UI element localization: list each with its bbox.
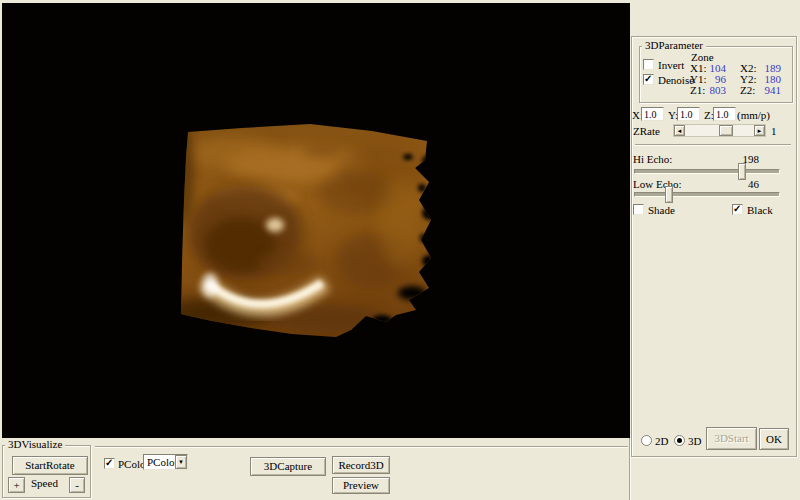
zone-z1-value: 803 xyxy=(700,85,726,96)
check-icon: ✓ xyxy=(644,73,652,84)
mode-3d-label: 3D xyxy=(688,436,701,447)
mode-2d-label: 2D xyxy=(655,436,668,447)
low-echo-label: Low Echo: xyxy=(633,179,682,190)
speed-plus-button[interactable]: + xyxy=(8,477,25,493)
low-echo-slider-thumb[interactable] xyxy=(665,186,673,203)
hi-echo-slider[interactable] xyxy=(634,169,780,174)
arrow-left-icon[interactable]: ◄ xyxy=(674,125,685,136)
x-scale-input[interactable] xyxy=(641,107,664,121)
ok-button[interactable]: OK xyxy=(759,428,789,450)
black-checkbox[interactable]: ✓ xyxy=(732,204,743,215)
radio-dot xyxy=(677,438,682,443)
mode-3d-radio[interactable] xyxy=(674,435,685,446)
separator-line xyxy=(635,144,791,146)
bottom-divider-line xyxy=(95,446,628,448)
zrate-label: ZRate xyxy=(633,126,660,137)
hi-echo-slider-thumb[interactable] xyxy=(738,163,746,180)
low-echo-slider[interactable] xyxy=(634,192,780,197)
render-viewport[interactable] xyxy=(2,3,630,438)
shade-label: Shade xyxy=(648,205,675,216)
start-rotate-button[interactable]: StartRotate xyxy=(12,456,88,475)
parameter-group-title: 3DParameter xyxy=(642,40,706,51)
shade-checkbox[interactable] xyxy=(633,204,644,215)
record-3d-button[interactable]: Record3D xyxy=(332,456,390,474)
y-scale-input[interactable] xyxy=(677,107,700,121)
preview-button[interactable]: Preview xyxy=(332,477,390,494)
ultrasound-volume-image xyxy=(172,113,442,348)
hi-echo-label: Hi Echo: xyxy=(633,154,672,165)
zone-z2-value: 941 xyxy=(754,85,781,96)
z-scale-input[interactable] xyxy=(713,107,736,121)
check-icon: ✓ xyxy=(105,457,113,468)
zrate-value: 1 xyxy=(771,126,777,137)
scale-unit-label: (mm/p) xyxy=(737,110,770,121)
chevron-down-icon[interactable]: ▼ xyxy=(175,455,187,469)
invert-label: Invert xyxy=(658,60,684,71)
black-label: Black xyxy=(747,205,773,216)
speed-minus-button[interactable]: - xyxy=(69,477,85,493)
low-echo-value: 46 xyxy=(733,179,759,190)
arrow-right-icon[interactable]: ► xyxy=(754,125,765,136)
zone-z2-label: Z2: xyxy=(740,85,755,96)
hi-echo-value: 198 xyxy=(733,154,759,165)
mode-2d-radio[interactable] xyxy=(641,435,652,446)
pcolor-checkbox[interactable]: ✓ xyxy=(104,458,115,469)
visualize-group-title: 3DVisualize xyxy=(5,439,65,450)
capture-3d-button[interactable]: 3DCapture xyxy=(250,457,326,476)
pcolor-combobox-value: PColor xyxy=(147,456,178,468)
invert-checkbox[interactable] xyxy=(643,59,654,70)
denoise-label: Denoise xyxy=(658,75,694,86)
zrate-scrollbar[interactable]: ◄ ► xyxy=(673,124,766,137)
panel-divider-line xyxy=(629,438,631,500)
check-icon: ✓ xyxy=(733,203,741,214)
speed-label: Speed xyxy=(31,478,58,489)
app-window: 3DParameter Invert ✓ Denoise Zone X1: 10… xyxy=(0,0,800,500)
denoise-checkbox[interactable]: ✓ xyxy=(643,74,654,85)
zrate-scrollbar-thumb[interactable] xyxy=(719,125,733,136)
start-3d-button[interactable]: 3DStart xyxy=(706,427,757,450)
pcolor-combobox[interactable]: PColor ▼ xyxy=(143,454,188,470)
